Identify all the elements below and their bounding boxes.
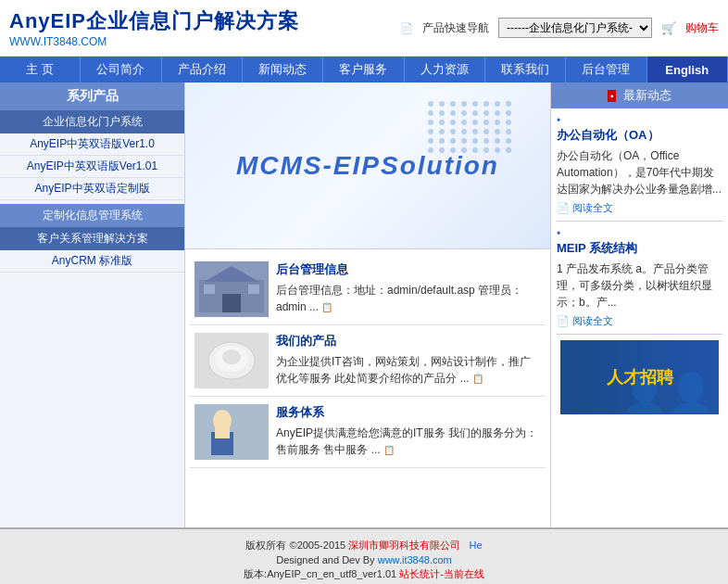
recruit-text: 人才招聘 (607, 366, 673, 388)
copy-icon-1: 📋 (321, 302, 333, 312)
news-title-3[interactable]: 服务体系 (276, 404, 541, 421)
panel-divider-2 (557, 334, 722, 335)
footer-version: 版本:AnyEIP_cn_en_utf8_ver1.01 站长统计-当前在线 (7, 567, 721, 581)
news-thumb-2 (195, 333, 269, 388)
news-title-1[interactable]: 后台管理信息 (276, 261, 541, 278)
news-title-2[interactable]: 我们的产品 (276, 333, 541, 349)
sidebar-section-enterprise[interactable]: 企业信息化门户系统 (0, 110, 184, 133)
nav-hr[interactable]: 人力资源 (405, 57, 485, 83)
footer-designed: Designed and Dev By www.it3848.com (7, 554, 721, 565)
svg-rect-5 (248, 285, 259, 294)
sidebar-section-custom[interactable]: 定制化信息管理系统 (0, 204, 184, 227)
nav-admin[interactable]: 后台管理 (566, 57, 646, 83)
news-desc-3: AnyEIP提供满意给您满意的IT服务 我们的服务分为：售前服务 售中服务 ..… (276, 425, 541, 458)
news-body-3: 服务体系 AnyEIP提供满意给您满意的IT服务 我们的服务分为：售前服务 售中… (276, 404, 541, 460)
thumb-svg-3 (195, 404, 269, 460)
read-more-icon-2: 📄 (557, 315, 570, 326)
right-article-1: • 办公自动化（OA） 办公自动化（OA，Office Automation），… (557, 114, 722, 215)
header-right: 📄 产品快速导航 ------企业信息化门户系统- 🛒 购物车 (400, 18, 719, 38)
right-panel: ▪ 最新动态 • 办公自动化（OA） 办公自动化（OA，Office Autom… (550, 83, 728, 527)
website-link[interactable]: www.it3848.com (378, 554, 452, 565)
copy-icon-2: 📋 (472, 374, 483, 384)
panel-divider-1 (557, 221, 722, 222)
bullet-2: • (557, 227, 560, 240)
read-more-1[interactable]: 📄 阅读全文 (557, 202, 613, 213)
header-left: AnyEIP企业信息门户解决方案 WWW.IT3848.COM (9, 7, 299, 48)
right-article-desc-1: 办公自动化（OA，Office Automation），是70年代中期发达国家为… (557, 147, 722, 197)
quick-nav-label: 产品快速导航 (422, 20, 489, 36)
nav-contact[interactable]: 联系我们 (485, 57, 566, 83)
footer: 版权所有 ©2005-2015 深圳市卿羽科技有限公司 He Designed … (0, 527, 728, 584)
sidebar-link-custom[interactable]: AnyEIP中英双语定制版 (0, 178, 184, 200)
news-body-2: 我们的产品 为企业提供IT咨询，网站策划，网站设计制作，推广优化等服务 此处简要… (276, 333, 541, 388)
quick-nav-select[interactable]: ------企业信息化门户系统- (498, 18, 652, 38)
company-link[interactable]: 深圳市卿羽科技有限公司 (348, 540, 460, 551)
sidebar-link-anycrm[interactable]: AnyCRM 标准版 (0, 250, 184, 273)
right-panel-content: • 办公自动化（OA） 办公自动化（OA，Office Automation），… (551, 108, 728, 424)
cart-link[interactable]: 购物车 (685, 20, 719, 36)
nav-service[interactable]: 客户服务 (323, 57, 404, 83)
right-panel-news-title: 最新动态 (623, 88, 672, 102)
right-panel-title: ▪ 最新动态 (551, 83, 728, 108)
cart-icon: 🛒 (661, 21, 676, 35)
svg-rect-4 (204, 285, 215, 294)
sidebar: 系列产品 企业信息化门户系统 AnyEIP中英双语版Ver1.0 AnyEIP中… (0, 83, 185, 527)
right-article-title-1[interactable]: 办公自动化（OA） (557, 127, 722, 144)
main-area: 系列产品 企业信息化门户系统 AnyEIP中英双语版Ver1.0 AnyEIP中… (0, 83, 728, 527)
banner-decoration (428, 101, 513, 153)
thumb-svg-1 (195, 261, 269, 317)
right-article-2: • MEIP 系统结构 1 产品发布系统 a。产品分类管理，可多级分类，以树状组… (557, 227, 722, 328)
news-body-1: 后台管理信息 后台管理信息：地址：admin/default.asp 管理员：a… (276, 261, 541, 317)
svg-rect-3 (222, 294, 241, 312)
quick-nav-icon: 📄 (400, 22, 413, 34)
recruit-banner[interactable]: 人才招聘 👤👤 (560, 340, 719, 414)
header: AnyEIP企业信息门户解决方案 WWW.IT3848.COM 📄 产品快速导航… (0, 0, 728, 57)
sidebar-link-ver10[interactable]: AnyEIP中英双语版Ver1.0 (0, 133, 184, 156)
site-title: AnyEIP企业信息门户解决方案 (9, 7, 299, 35)
content-area: MCMS-EIPSolution (185, 83, 550, 527)
sidebar-section-crm[interactable]: 客户关系管理解决方案 (0, 227, 184, 250)
news-desc-1: 后台管理信息：地址：admin/default.asp 管理员：admin ..… (276, 282, 541, 315)
designed-by-text: Designed and Dev By (276, 554, 374, 565)
read-more-2[interactable]: 📄 阅读全文 (557, 315, 613, 326)
footer-copyright: 版权所有 ©2005-2015 深圳市卿羽科技有限公司 He (7, 539, 721, 552)
nav-news[interactable]: 新闻动态 (243, 57, 323, 83)
stats-link[interactable]: 站长统计-当前在线 (399, 568, 484, 579)
sidebar-link-ver101[interactable]: AnyEIP中英双语版Ver1.01 (0, 156, 184, 178)
news-item-3: 服务体系 AnyEIP提供满意给您满意的IT服务 我们的服务分为：售前服务 售中… (190, 397, 546, 468)
right-article-desc-2: 1 产品发布系统 a。产品分类管理，可多级分类，以树状组织显示；b。产... (557, 260, 722, 311)
news-thumb-3 (195, 404, 269, 460)
site-url: WWW.IT3848.COM (9, 35, 299, 48)
nav-about[interactable]: 公司简介 (81, 57, 161, 83)
copy-icon-3: 📋 (383, 445, 395, 455)
news-item-1: 后台管理信息 后台管理信息：地址：admin/default.asp 管理员：a… (190, 254, 546, 325)
copyright-text: 版权所有 ©2005-2015 (245, 540, 345, 551)
read-more-icon-1: 📄 (557, 202, 570, 213)
nav-english[interactable]: English (647, 57, 728, 83)
news-desc-2: 为企业提供IT咨询，网站策划，网站设计制作，推广优化等服务 此处简要介绍你的产品… (276, 353, 541, 387)
news-icon-badge: ▪ (608, 90, 617, 102)
news-thumb-1 (195, 261, 269, 317)
banner-text: MCMS-EIPSolution (236, 151, 499, 181)
svg-rect-13 (215, 427, 230, 438)
sidebar-title: 系列产品 (0, 83, 184, 110)
help-link[interactable]: He (469, 540, 482, 551)
svg-point-9 (222, 349, 241, 364)
news-item-2: 我们的产品 为企业提供IT咨询，网站策划，网站设计制作，推广优化等服务 此处简要… (190, 325, 546, 397)
right-article-title-2[interactable]: MEIP 系统结构 (557, 240, 722, 257)
banner: MCMS-EIPSolution (185, 83, 550, 249)
nav-products[interactable]: 产品介绍 (162, 57, 243, 83)
thumb-svg-2 (195, 333, 269, 388)
nav-home[interactable]: 主 页 (0, 57, 81, 83)
version-text: 版本:AnyEIP_cn_en_utf8_ver1.01 (244, 568, 396, 579)
main-nav: 主 页 公司简介 产品介绍 新闻动态 客户服务 人力资源 联系我们 后台管理 E… (0, 57, 728, 83)
news-list: 后台管理信息 后台管理信息：地址：admin/default.asp 管理员：a… (185, 249, 550, 473)
bullet-1: • (557, 114, 560, 127)
